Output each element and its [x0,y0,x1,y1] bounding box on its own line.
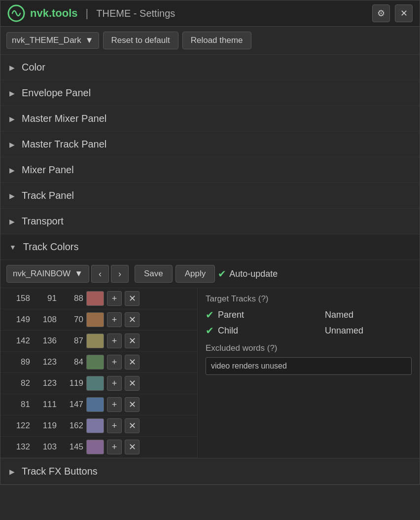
color-del-3[interactable]: ✕ [125,355,140,370]
color-del-0[interactable]: ✕ [125,291,140,306]
section-color[interactable]: ▶ Color [0,55,420,80]
logo-icon [7,4,25,22]
section-track-fx-buttons[interactable]: ▶ Track FX Buttons [0,458,420,484]
palette-name-label: nvk_RAINBOW [13,269,70,279]
title-buttons: ⚙ ✕ [372,4,413,22]
color-swatch-5[interactable] [86,397,104,412]
color-swatch-1[interactable] [86,312,104,327]
target-tracks-title: Target Tracks (?) [206,294,412,304]
palette-prev-button[interactable]: ‹ [91,265,109,283]
section-envelope-panel[interactable]: ▶ Envelope Panel [0,80,420,106]
color-add-1[interactable]: + [107,312,122,327]
track-colors-arrow: ▼ [9,243,16,251]
section-master-track-label: Master Track Panel [22,139,106,150]
settings-button[interactable]: ⚙ [372,4,390,22]
color-add-6[interactable]: + [107,418,122,433]
color-row-6: 122 119 162 + ✕ [0,415,197,437]
close-button[interactable]: ✕ [395,4,413,22]
section-mixer-arrow: ▶ [9,166,15,174]
palette-dropdown-arrow: ▼ [74,269,83,279]
section-mixer-label: Mixer Panel [22,164,74,176]
color-swatch-4[interactable] [86,376,104,391]
child-label: Child [218,326,238,336]
excluded-words-title: Excluded words (?) [206,343,412,353]
color-del-2[interactable]: ✕ [125,334,140,348]
section-color-label: Color [22,62,45,73]
color-del-5[interactable]: ✕ [125,397,140,412]
color-row-7: 132 103 145 + ✕ [0,437,197,458]
color-row-0: 158 91 88 + ✕ [0,288,197,309]
parent-check-icon[interactable]: ✔ [206,309,214,321]
color-row-1: 149 108 70 + ✕ [0,309,197,331]
title-separator: | [86,7,89,20]
color-row-4: 82 123 119 + ✕ [0,373,197,394]
theme-name-label: nvk_THEME_Dark [12,36,81,45]
track-colors-header[interactable]: ▼ Track Colors [0,234,420,260]
palette-next-button[interactable]: › [111,265,129,283]
color-list: 158 91 88 + ✕ 149 108 70 + ✕ 142 [0,288,198,458]
section-master-track-arrow: ▶ [9,141,15,149]
unnamed-label: Unnamed [325,326,363,336]
right-panel: Target Tracks (?) ✔ Parent Named ✔ Chil [198,288,420,458]
color-del-1[interactable]: ✕ [125,312,140,327]
section-master-mixer-arrow: ▶ [9,115,15,123]
excluded-words-section: Excluded words (?) [206,343,412,375]
color-add-2[interactable]: + [107,334,122,348]
color-row-5: 81 111 147 + ✕ [0,394,197,415]
color-swatch-7[interactable] [86,440,104,454]
color-swatch-0[interactable] [86,291,104,306]
color-rows-area: 158 91 88 + ✕ 149 108 70 + ✕ 142 [0,288,420,458]
reset-to-default-button[interactable]: Reset to default [103,32,178,49]
color-add-7[interactable]: + [107,440,122,454]
color-swatch-3[interactable] [86,355,104,370]
auto-update-label: Auto-update [229,269,278,279]
reload-theme-button[interactable]: Reload theme [182,32,251,49]
target-grid: ✔ Parent Named ✔ Child [206,309,412,336]
track-colors-controls: nvk_RAINBOW ▼ ‹ › Save Apply ✔ Auto-upda… [0,260,420,288]
color-row-3: 89 123 84 + ✕ [0,352,197,373]
track-colors-label: Track Colors [23,241,79,253]
target-unnamed: Unnamed [311,325,412,336]
save-button[interactable]: Save [135,265,173,283]
auto-update-area: ✔ Auto-update [218,268,278,280]
color-add-0[interactable]: + [107,291,122,306]
tc-action-buttons: Save Apply ✔ Auto-update [135,265,278,283]
color-del-7[interactable]: ✕ [125,440,140,454]
color-add-5[interactable]: + [107,397,122,412]
color-swatch-2[interactable] [86,334,104,348]
section-track-colors: ▼ Track Colors nvk_RAINBOW ▼ ‹ › Save Ap… [0,234,420,458]
app-window: nvk.tools | THEME - Settings ⚙ ✕ nvk_THE… [0,0,420,485]
title-left: nvk.tools | THEME - Settings [7,4,175,22]
section-track-label: Track Panel [22,190,74,201]
color-row-2: 142 136 87 + ✕ [0,331,197,352]
color-add-4[interactable]: + [107,376,122,391]
section-track-panel[interactable]: ▶ Track Panel [0,183,420,209]
section-fx-arrow: ▶ [9,468,15,476]
app-title: nvk.tools [30,7,78,20]
section-transport[interactable]: ▶ Transport [0,209,420,234]
section-transport-label: Transport [22,216,64,227]
toolbar: nvk_THEME_Dark ▼ Reset to default Reload… [0,27,420,55]
color-del-4[interactable]: ✕ [125,376,140,391]
color-add-3[interactable]: + [107,355,122,370]
section-fx-label: Track FX Buttons [22,466,98,477]
target-named: Named [311,309,412,321]
child-check-icon[interactable]: ✔ [206,325,214,336]
section-master-mixer[interactable]: ▶ Master Mixer Panel [0,106,420,132]
theme-selector[interactable]: nvk_THEME_Dark ▼ [6,32,99,49]
section-mixer-panel[interactable]: ▶ Mixer Panel [0,157,420,183]
section-color-arrow: ▶ [9,64,15,72]
section-master-mixer-label: Master Mixer Panel [22,113,106,124]
excluded-words-input[interactable] [206,357,412,375]
section-envelope-label: Envelope Panel [22,87,91,99]
section-master-track[interactable]: ▶ Master Track Panel [0,132,420,157]
color-swatch-6[interactable] [86,418,104,433]
theme-dropdown-arrow: ▼ [85,36,94,45]
apply-button[interactable]: Apply [175,265,215,283]
palette-selector[interactable]: nvk_RAINBOW ▼ [6,265,89,283]
named-label: Named [325,310,353,320]
color-del-6[interactable]: ✕ [125,418,140,433]
auto-update-check-icon: ✔ [218,268,226,280]
target-child: ✔ Child [206,325,306,336]
target-parent: ✔ Parent [206,309,306,321]
